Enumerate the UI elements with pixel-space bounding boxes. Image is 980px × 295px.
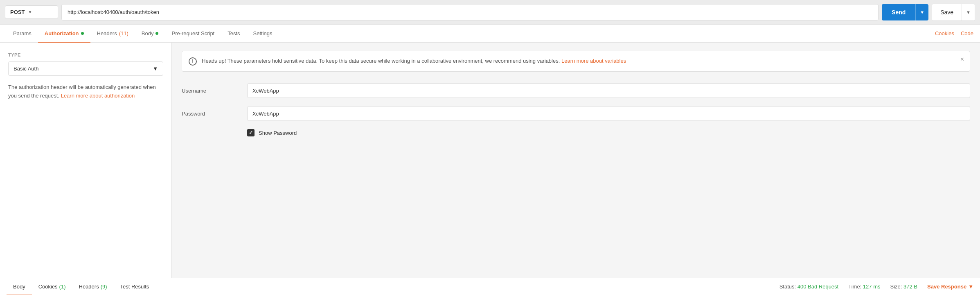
learn-more-link[interactable]: Learn more about authorization xyxy=(61,93,135,99)
send-button[interactable]: Send xyxy=(882,4,915,20)
bottom-bar: Body Cookies (1) Headers (9) Test Result… xyxy=(0,278,980,295)
time-label: Time: 127 ms xyxy=(848,284,880,290)
alert-box: ! Heads up! These parameters hold sensit… xyxy=(182,51,970,72)
username-label: Username xyxy=(182,88,239,94)
url-input[interactable]: http://localhost:40400/auth/oauth/token xyxy=(61,4,879,20)
alert-learn-more-link[interactable]: Learn more about variables xyxy=(561,58,626,64)
cookies-link[interactable]: Cookies xyxy=(935,30,954,36)
tab-settings[interactable]: Settings xyxy=(247,25,279,43)
status-value: 400 Bad Request xyxy=(798,284,838,290)
tab-tests[interactable]: Tests xyxy=(221,25,246,43)
bottom-tab-cookies[interactable]: Cookies (1) xyxy=(32,278,72,295)
save-button[interactable]: Save xyxy=(932,4,962,20)
send-button-group: Send ▼ xyxy=(882,4,928,20)
bottom-tab-body[interactable]: Body xyxy=(7,278,32,295)
bottom-tab-headers[interactable]: Headers (9) xyxy=(72,278,114,295)
alert-icon: ! xyxy=(189,57,197,66)
toolbar: POST ▼ http://localhost:40400/auth/oauth… xyxy=(0,0,980,25)
type-select-chevron-icon: ▼ xyxy=(153,66,158,72)
save-response-button[interactable]: Save Response ▼ xyxy=(927,284,973,290)
type-select-dropdown[interactable]: Basic Auth ▼ xyxy=(8,61,163,76)
password-input[interactable] xyxy=(247,106,970,121)
method-value: POST xyxy=(10,9,25,15)
bottom-tab-test-results[interactable]: Test Results xyxy=(114,278,156,295)
tab-bar: Params Authorization Headers (11) Body P… xyxy=(0,25,980,43)
left-panel: TYPE Basic Auth ▼ The authorization head… xyxy=(0,43,172,278)
save-button-group: Save ▼ xyxy=(932,4,975,21)
tab-right-actions: Cookies Code xyxy=(935,30,973,36)
tab-pre-request-script[interactable]: Pre-request Script xyxy=(165,25,221,43)
alert-close-button[interactable]: × xyxy=(960,56,964,63)
method-select[interactable]: POST ▼ xyxy=(5,5,58,19)
size-label: Size: 372 B xyxy=(890,284,918,290)
send-dropdown-button[interactable]: ▼ xyxy=(915,4,928,20)
description-text: The authorization header will be automat… xyxy=(8,83,163,100)
show-password-label: Show Password xyxy=(259,130,297,136)
type-label: TYPE xyxy=(8,52,163,57)
size-value: 372 B xyxy=(903,284,917,290)
save-dropdown-button[interactable]: ▼ xyxy=(962,4,975,20)
bottom-right-info: Status: 400 Bad Request Time: 127 ms Siz… xyxy=(779,284,973,290)
show-password-row: Show Password xyxy=(247,129,970,136)
alert-text: Heads up! These parameters hold sensitiv… xyxy=(202,57,963,66)
authorization-dot xyxy=(81,32,84,35)
body-dot xyxy=(155,32,158,35)
tab-authorization[interactable]: Authorization xyxy=(38,25,90,43)
right-panel: ! Heads up! These parameters hold sensit… xyxy=(172,43,980,278)
tab-params[interactable]: Params xyxy=(7,25,38,43)
code-link[interactable]: Code xyxy=(961,30,973,36)
main-content: TYPE Basic Auth ▼ The authorization head… xyxy=(0,43,980,278)
tab-headers[interactable]: Headers (11) xyxy=(90,25,135,43)
tab-body[interactable]: Body xyxy=(135,25,165,43)
show-password-checkbox[interactable] xyxy=(247,129,255,136)
time-value: 127 ms xyxy=(863,284,881,290)
method-chevron-icon: ▼ xyxy=(28,10,32,14)
save-response-chevron-icon: ▼ xyxy=(968,284,973,290)
type-select-value: Basic Auth xyxy=(14,66,38,72)
username-input[interactable] xyxy=(247,83,970,98)
password-row: Password xyxy=(182,106,970,121)
password-label: Password xyxy=(182,111,239,117)
username-row: Username xyxy=(182,83,970,98)
status-label: Status: 400 Bad Request xyxy=(779,284,839,290)
